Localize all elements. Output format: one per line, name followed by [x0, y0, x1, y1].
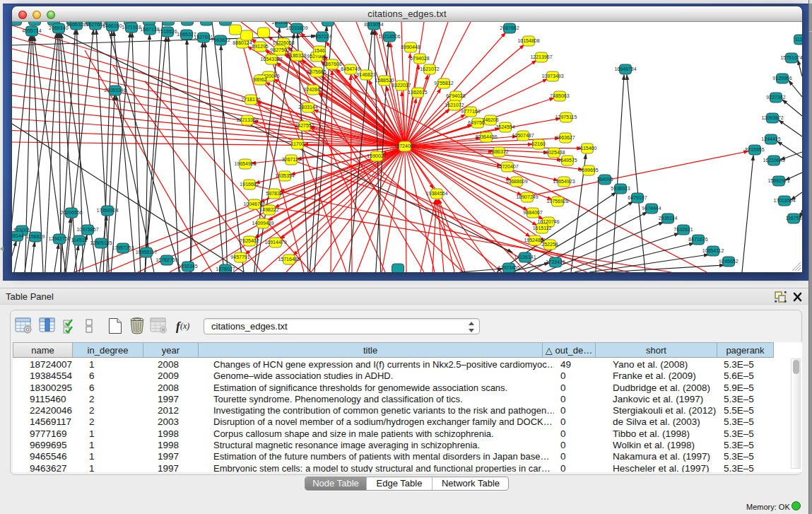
svg-text:7625402: 7625402	[240, 238, 259, 243]
svg-text:13226058: 13226058	[272, 40, 294, 45]
svg-text:11700: 11700	[291, 141, 305, 146]
svg-text:20364436: 20364436	[475, 134, 497, 139]
svg-text:17016504: 17016504	[773, 198, 795, 203]
svg-text:62160: 62160	[531, 141, 546, 146]
svg-text:19218506: 19218506	[378, 34, 400, 39]
svg-text:1498222: 1498222	[259, 207, 278, 212]
svg-text:12213967: 12213967	[530, 54, 552, 59]
svg-text:746206: 746206	[482, 117, 498, 122]
svg-text:16210643: 16210643	[763, 158, 784, 163]
svg-text:6479197: 6479197	[628, 195, 647, 200]
svg-text:8860124: 8860124	[233, 40, 252, 45]
svg-text:98962: 98962	[253, 77, 267, 82]
svg-text:18907249: 18907249	[516, 194, 538, 199]
svg-text:15716485: 15716485	[278, 257, 300, 262]
svg-text:1546: 1546	[314, 48, 325, 53]
svg-text:15692971: 15692971	[767, 178, 789, 183]
svg-text:3267110: 3267110	[282, 157, 301, 162]
svg-text:19654923: 19654923	[553, 179, 575, 184]
svg-text:19384554: 19384554	[425, 191, 447, 196]
svg-text:20206556: 20206556	[60, 210, 82, 215]
svg-text:1071918: 1071918	[122, 25, 141, 30]
svg-text:19756928: 19756928	[546, 199, 568, 204]
svg-text:7515526: 7515526	[158, 29, 177, 34]
svg-text:252254: 252254	[541, 242, 558, 247]
svg-text:10025438: 10025438	[543, 150, 565, 155]
svg-text:14099489: 14099489	[252, 221, 273, 226]
svg-text:12923455: 12923455	[498, 265, 519, 270]
svg-text:8990448: 8990448	[401, 45, 420, 49]
svg-text:9777169: 9777169	[461, 109, 480, 114]
svg-text:16543382: 16543382	[260, 57, 282, 62]
svg-text:17957253: 17957253	[112, 245, 134, 250]
svg-text:1335354: 1335354	[275, 173, 294, 178]
svg-text:15751074: 15751074	[780, 55, 802, 60]
svg-text:1667138: 1667138	[140, 27, 159, 32]
svg-text:14136141: 14136141	[514, 255, 536, 259]
svg-text:9884067: 9884067	[523, 210, 542, 215]
svg-text:8186328: 8186328	[287, 53, 306, 58]
svg-text:116753: 116753	[786, 216, 802, 221]
svg-text:2935114: 2935114	[659, 216, 678, 221]
svg-text:9699695: 9699695	[579, 168, 598, 173]
svg-text:1156829: 1156829	[26, 234, 45, 239]
svg-text:1065328: 1065328	[66, 22, 86, 27]
svg-text:(x): (x)	[180, 321, 189, 331]
svg-text:1244415: 1244415	[761, 136, 780, 141]
svg-text:10688609: 10688609	[505, 179, 527, 184]
svg-text:6794028: 6794028	[410, 56, 429, 61]
svg-text:7357224: 7357224	[312, 34, 331, 39]
svg-text:18724007: 18724007	[394, 144, 416, 148]
svg-text:9474444: 9474444	[642, 206, 661, 211]
svg-text:6794028: 6794028	[446, 93, 465, 98]
svg-text:20053346: 20053346	[104, 88, 126, 93]
svg-text:3875685: 3875685	[307, 69, 326, 74]
svg-text:17359924: 17359924	[96, 208, 118, 213]
svg-text:16033809: 16033809	[286, 25, 307, 30]
svg-text:3624554: 3624554	[495, 124, 514, 129]
svg-text:15720407: 15720407	[496, 164, 518, 169]
svg-text:1362615: 1362615	[408, 90, 427, 95]
svg-text:16154808: 16154808	[517, 38, 539, 43]
svg-text:9245652: 9245652	[719, 259, 738, 264]
svg-text:9755812: 9755812	[434, 81, 453, 86]
svg-text:10654112: 10654112	[702, 248, 724, 253]
svg-text:7886372: 7886372	[489, 149, 508, 154]
svg-text:9115460: 9115460	[578, 146, 597, 151]
svg-text:12213389: 12213389	[236, 117, 258, 122]
svg-text:12942757: 12942757	[48, 236, 70, 241]
svg-text:1603380: 1603380	[271, 22, 290, 25]
svg-text:8215955: 8215955	[745, 147, 764, 152]
svg-text:19654925: 19654925	[234, 161, 256, 166]
svg-text:1878027: 1878027	[216, 267, 235, 271]
svg-text:1615112: 1615112	[533, 226, 552, 230]
svg-text:12975115: 12975115	[555, 115, 577, 119]
svg-text:1588520: 1588520	[375, 78, 394, 83]
svg-text:9227342: 9227342	[766, 95, 785, 100]
svg-text:2867608: 2867608	[322, 62, 341, 66]
svg-text:8427552: 8427552	[295, 123, 314, 128]
svg-text:19958117: 19958117	[136, 250, 158, 255]
svg-text:1649575: 1649575	[558, 158, 577, 163]
svg-text:7632621: 7632621	[673, 227, 693, 232]
svg-text:164095: 164095	[596, 177, 613, 182]
svg-text:891295: 891295	[252, 44, 268, 49]
svg-text:1621072: 1621072	[420, 66, 439, 71]
svg-text:1916682: 1916682	[240, 182, 259, 187]
svg-text:587832: 587832	[266, 191, 282, 196]
svg-text:2718176: 2718176	[241, 97, 260, 102]
svg-text:1292345: 1292345	[178, 264, 197, 269]
svg-text:16782759: 16782759	[155, 257, 177, 262]
svg-text:12505135: 12505135	[90, 240, 112, 245]
svg-text:9129966: 9129966	[772, 76, 792, 81]
svg-text:16914479: 16914479	[264, 240, 286, 245]
svg-text:10046766: 10046766	[243, 201, 265, 206]
svg-text:1590027: 1590027	[367, 153, 386, 158]
svg-text:10975857: 10975857	[76, 227, 98, 232]
svg-text:10973493: 10973493	[541, 74, 563, 78]
svg-text:9457791: 9457791	[230, 255, 249, 259]
svg-text:1621072: 1621072	[445, 103, 464, 107]
svg-text:4055714: 4055714	[22, 28, 41, 33]
svg-text:2069140: 2069140	[49, 25, 68, 30]
svg-text:8471676: 8471676	[688, 237, 707, 242]
